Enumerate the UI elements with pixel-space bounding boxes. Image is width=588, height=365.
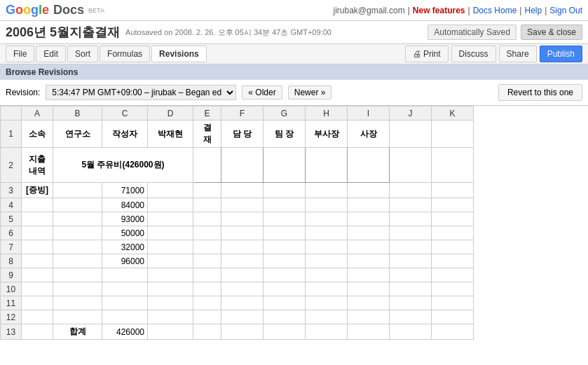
cell-k12[interactable] [432,310,474,324]
revisions-tab[interactable]: Revisions [151,46,207,62]
cell-b3[interactable] [53,183,102,198]
cell-i6[interactable] [348,226,390,240]
cell-h7[interactable] [306,240,348,254]
cell-c6[interactable]: 50000 [102,226,148,240]
cell-d8[interactable] [148,254,193,268]
cell-a7[interactable] [22,240,53,254]
cell-e9[interactable] [193,268,221,282]
cell-g3[interactable] [264,183,306,198]
cell-k1[interactable] [432,120,474,148]
cell-e11[interactable] [193,296,221,310]
cell-팀장[interactable]: 팀 장 [264,120,306,148]
file-menu[interactable]: File [6,46,34,62]
cell-지출내역[interactable]: 지출 내역 [22,148,53,183]
cell-i7[interactable] [348,240,390,254]
cell-a11[interactable] [22,296,53,310]
cell-f7[interactable] [221,240,264,254]
cell-f4[interactable] [221,198,264,212]
cell-d4[interactable] [148,198,193,212]
new-features-link[interactable]: New features [413,6,465,15]
cell-e3[interactable] [193,183,221,198]
cell-k10[interactable] [432,282,474,296]
cell-h3[interactable] [306,183,348,198]
cell-d6[interactable] [148,226,193,240]
cell-k9[interactable] [432,268,474,282]
cell-e6[interactable] [193,226,221,240]
cell-i10[interactable] [348,282,390,296]
cell-c9[interactable] [102,268,148,282]
cell-c12[interactable] [102,310,148,324]
docs-home-link[interactable]: Docs Home [473,6,517,15]
cell-i3[interactable] [348,183,390,198]
cell-합계[interactable]: 합계 [53,324,102,340]
cell-e7[interactable] [193,240,221,254]
cell-h9[interactable] [306,268,348,282]
print-button[interactable]: 🖨 Print [405,46,449,62]
cell-h5[interactable] [306,212,348,226]
cell-부사장-2[interactable] [306,148,348,183]
cell-g4[interactable] [264,198,306,212]
cell-b10[interactable] [53,282,102,296]
cell-e5[interactable] [193,212,221,226]
older-button[interactable]: « Older [242,85,282,99]
cell-i9[interactable] [348,268,390,282]
cell-d3[interactable] [148,183,193,198]
cell-a4[interactable] [22,198,53,212]
cell-g7[interactable] [264,240,306,254]
save-close-button[interactable]: Save & close [521,25,582,40]
cell-k2[interactable] [432,148,474,183]
cell-주유비[interactable]: 5월 주유비(426000원) [53,148,193,183]
cell-k5[interactable] [432,212,474,226]
cell-i5[interactable] [348,212,390,226]
cell-담당[interactable]: 담 당 [221,120,264,148]
cell-d7[interactable] [148,240,193,254]
cell-k13[interactable] [432,324,474,340]
cell-d13[interactable] [148,324,193,340]
sign-out-link[interactable]: Sign Out [549,6,582,15]
cell-g5[interactable] [264,212,306,226]
cell-f12[interactable] [221,310,264,324]
cell-g11[interactable] [264,296,306,310]
cell-j2[interactable] [390,148,432,183]
help-link[interactable]: Help [524,6,542,15]
cell-k7[interactable] [432,240,474,254]
cell-j3[interactable] [390,183,432,198]
cell-i4[interactable] [348,198,390,212]
cell-c13[interactable]: 426000 [102,324,148,340]
cell-h11[interactable] [306,296,348,310]
cell-j9[interactable] [390,268,432,282]
cell-a13[interactable] [22,324,53,340]
cell-h13[interactable] [306,324,348,340]
discuss-button[interactable]: Discuss [451,46,496,62]
cell-f5[interactable] [221,212,264,226]
share-button[interactable]: Share [499,46,537,62]
cell-c11[interactable] [102,296,148,310]
cell-팀장-2[interactable] [264,148,306,183]
cell-f6[interactable] [221,226,264,240]
cell-b11[interactable] [53,296,102,310]
cell-h10[interactable] [306,282,348,296]
sort-menu[interactable]: Sort [67,46,98,62]
cell-b9[interactable] [53,268,102,282]
cell-i12[interactable] [348,310,390,324]
cell-k3[interactable] [432,183,474,198]
cell-j10[interactable] [390,282,432,296]
cell-j8[interactable] [390,254,432,268]
cell-g6[interactable] [264,226,306,240]
cell-k4[interactable] [432,198,474,212]
cell-k6[interactable] [432,226,474,240]
cell-g8[interactable] [264,254,306,268]
publish-button[interactable]: Publish [540,46,582,62]
cell-c5[interactable]: 93000 [102,212,148,226]
cell-c8[interactable]: 96000 [102,254,148,268]
cell-e10[interactable] [193,282,221,296]
cell-h12[interactable] [306,310,348,324]
cell-작성자[interactable]: 작성자 [102,120,148,148]
cell-j6[interactable] [390,226,432,240]
cell-a5[interactable] [22,212,53,226]
cell-h4[interactable] [306,198,348,212]
cell-f10[interactable] [221,282,264,296]
cell-j5[interactable] [390,212,432,226]
cell-c4[interactable]: 84000 [102,198,148,212]
cell-결재[interactable]: 결 재 [193,120,221,148]
